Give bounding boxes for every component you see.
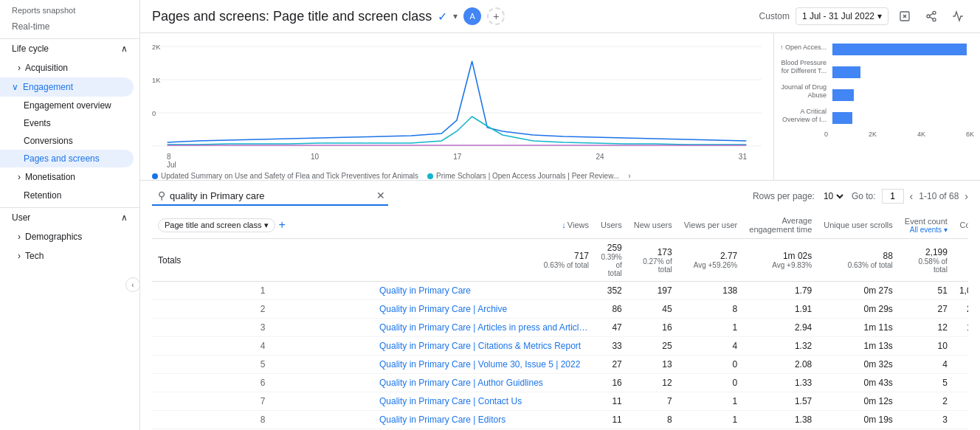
col-header-new-users[interactable]: New users	[628, 212, 678, 239]
engagement-chevron: ∨	[12, 82, 18, 92]
sidebar-item-events[interactable]: Events	[0, 114, 139, 132]
lifecycle-chevron: ∧	[121, 44, 128, 54]
row-views-per-user: 1.79	[743, 282, 818, 300]
date-range-picker[interactable]: 1 Jul - 31 Jul 2022 ▾	[796, 7, 888, 25]
row-unique-scrolls: 4	[899, 356, 953, 374]
all-events-link[interactable]: All events ▾	[905, 226, 948, 234]
sidebar-item-engagement[interactable]: ∨ Engagement	[0, 77, 134, 97]
sidebar-item-retention[interactable]: Retention	[0, 187, 139, 204]
row-unique-scrolls: 3	[899, 411, 953, 429]
sidebar-user-section[interactable]: User ∧	[0, 207, 139, 227]
row-title[interactable]: Quality in Primary Care | Volume 30, Iss…	[373, 356, 595, 374]
row-event-count: 87	[953, 337, 968, 356]
row-views-per-user: 1.33	[743, 374, 818, 392]
row-event-count: 1,064	[953, 282, 968, 300]
sidebar-item-demographics[interactable]: › Demographics	[0, 227, 139, 246]
sidebar-item-monetisation[interactable]: › Monetisation	[0, 167, 139, 187]
row-new-users: 1	[678, 411, 744, 429]
row-new-users: 0	[678, 374, 744, 392]
totals-users: 259 0.39% of total	[595, 239, 628, 282]
sidebar-item-pages-screens[interactable]: Pages and screens	[0, 150, 134, 167]
table-row: 8 Quality in Primary Care | Editors 11 8…	[152, 411, 968, 429]
x-label-17: 17	[453, 153, 461, 169]
goto-page-input[interactable]	[882, 189, 904, 204]
export-button[interactable]	[894, 6, 915, 27]
col-header-views-per-user[interactable]: Views per user	[678, 212, 744, 239]
col-header-page-title[interactable]: Page title and screen class ▾ +	[152, 212, 373, 239]
row-title[interactable]: Quality in Primary Care | Contact Us	[373, 392, 595, 411]
filter-chip-label: Page title and screen class	[165, 221, 261, 229]
col-header-event-count[interactable]: Event count All events ▾	[899, 212, 953, 239]
row-unique-scrolls: 12	[899, 319, 953, 337]
sidebar-item-acquisition[interactable]: › Acquisition	[0, 58, 139, 77]
col-header-unique-scrolls[interactable]: Unique user scrolls	[818, 212, 899, 239]
row-avg-engagement: 1m 13s	[818, 337, 899, 356]
totals-views: 717 0.63% of total	[373, 239, 595, 282]
totals-con	[953, 239, 968, 282]
row-title[interactable]: Quality in Primary Care | Archive	[373, 300, 595, 319]
prev-page-button[interactable]: ‹	[910, 190, 914, 202]
svg-text:2K: 2K	[152, 44, 160, 51]
row-num: 3	[152, 319, 373, 337]
sidebar-realtime[interactable]: Real-time	[0, 18, 139, 35]
avatar: A	[463, 7, 481, 25]
row-views: 11	[595, 392, 628, 411]
search-clear-button[interactable]: ✕	[376, 190, 385, 201]
sidebar-collapse-button[interactable]: ‹	[125, 277, 140, 292]
search-input[interactable]	[170, 190, 372, 201]
sidebar-monetisation-label: Monetisation	[25, 172, 75, 182]
data-table-container: Page title and screen class ▾ + ↓ Views	[152, 212, 968, 430]
row-avg-engagement: 0m 32s	[818, 356, 899, 374]
more-options-button[interactable]	[948, 6, 968, 27]
add-column-button[interactable]: +	[278, 218, 285, 232]
row-avg-engagement: 0m 19s	[818, 411, 899, 429]
sidebar-tech-label: Tech	[25, 251, 44, 261]
share-button[interactable]	[921, 6, 942, 27]
row-views-per-user: 1.57	[743, 392, 818, 411]
sidebar-item-engagement-overview[interactable]: Engagement overview	[0, 97, 139, 114]
row-views: 16	[595, 374, 628, 392]
demographics-chevron: ›	[18, 232, 21, 242]
date-range-dropdown-icon: ▾	[877, 11, 882, 21]
goto-label: Go to:	[852, 191, 876, 201]
row-title[interactable]: Quality in Primary Care | Citations & Me…	[373, 337, 595, 356]
row-title[interactable]: Quality in Primary Care | Articles in pr…	[373, 319, 595, 337]
title-dropdown[interactable]: ▾	[453, 11, 458, 21]
row-users: 25	[628, 337, 678, 356]
table-section: ⚲ ✕ Rows per page: 10 25 50 Go to: ‹ 1-1…	[140, 181, 980, 430]
add-comparison-button[interactable]: +	[487, 7, 505, 25]
acquisition-chevron: ›	[18, 63, 21, 73]
sidebar-lifecycle-section[interactable]: Life cycle ∧	[0, 38, 139, 58]
col-views-label: Views	[567, 221, 589, 229]
sidebar-engagement-label: Engagement	[23, 82, 73, 92]
row-unique-scrolls: 51	[899, 282, 953, 300]
rows-per-page-select[interactable]: 10 25 50	[821, 190, 846, 202]
page-header: Pages and screens: Page title and screen…	[140, 0, 980, 33]
col-header-con[interactable]: Con...	[953, 212, 968, 239]
col-header-users[interactable]: Users	[595, 212, 628, 239]
bar-x-4k: 4K	[917, 131, 925, 138]
table-row: 6 Quality in Primary Care | Author Guidl…	[152, 374, 968, 392]
table-row: 4 Quality in Primary Care | Citations & …	[152, 337, 968, 356]
col-header-views[interactable]: ↓ Views	[373, 212, 595, 239]
row-users: 12	[628, 374, 678, 392]
column-filter-chip[interactable]: Page title and screen class ▾	[158, 218, 275, 232]
row-title[interactable]: Quality in Primary Care | Author Guidlin…	[373, 374, 595, 392]
totals-avg-engagement: 1m 02s Avg +9.83%	[743, 239, 818, 282]
row-new-users: 8	[678, 300, 744, 319]
legend-next-icon[interactable]: ›	[628, 172, 630, 180]
col-header-avg-engagement[interactable]: Averageengagement time	[743, 212, 818, 239]
row-title[interactable]: Quality in Primary Care	[373, 282, 595, 300]
sidebar-item-tech[interactable]: › Tech	[0, 246, 139, 266]
page-info-text: 1-10 of 68	[919, 191, 959, 201]
row-num: 8	[152, 411, 373, 429]
filter-chip-arrow: ▾	[264, 221, 269, 230]
sidebar: Reports snapshot Real-time Life cycle ∧ …	[0, 0, 140, 430]
sidebar-item-conversions[interactable]: Conversions	[0, 132, 139, 150]
row-num: 4	[152, 337, 373, 356]
legend-item-2: Prime Scholars | Open Access Journals | …	[427, 172, 619, 180]
sidebar-reports-snapshot[interactable]: Reports snapshot	[0, 0, 139, 18]
lifecycle-label: Life cycle	[12, 44, 49, 54]
next-page-button[interactable]: ›	[965, 190, 968, 202]
row-title[interactable]: Quality in Primary Care | Editors	[373, 411, 595, 429]
